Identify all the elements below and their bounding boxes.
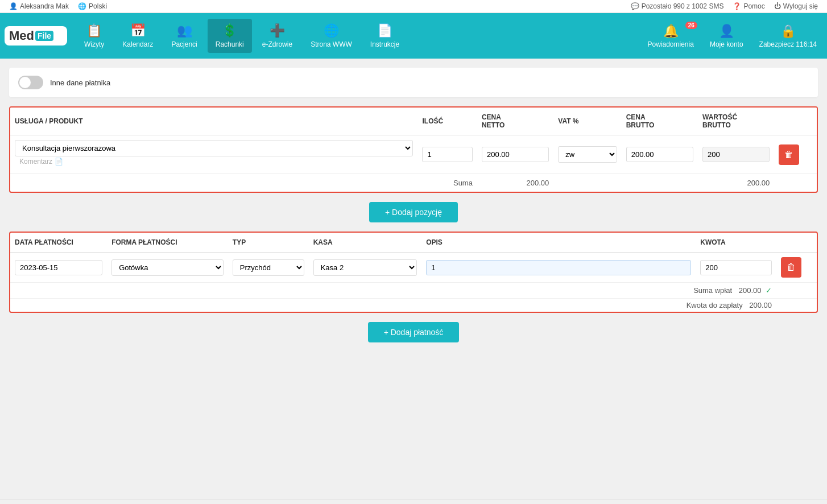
nav-pacjenci[interactable]: 👥 Pacjenci xyxy=(163,19,205,53)
payment-type-cell: Przychód Rozchód xyxy=(228,253,309,283)
payment-sum-label-cell: Suma wpłat 200.00 ✓ xyxy=(421,283,776,299)
add-payment-row: + Dodaj płatność xyxy=(9,322,818,342)
vat-select[interactable]: zw 0% 5% 8% 23% xyxy=(558,146,617,163)
th-value-gross: WARTOŚĆBRUTTO xyxy=(698,108,774,135)
nav-ezdrowie[interactable]: ➕ e-Zdrowie xyxy=(254,19,300,53)
th-amount: KWOTA xyxy=(696,233,776,253)
sum-gross-empty xyxy=(622,174,698,192)
product-action-cell: 🗑 xyxy=(774,135,817,174)
th-action xyxy=(774,108,817,135)
remaining-label: Kwota do zapłaty xyxy=(687,301,743,309)
th-kasa: KASA xyxy=(309,233,422,253)
price-net-cell xyxy=(477,135,553,174)
payment-sum-row: Suma wpłat 200.00 ✓ xyxy=(10,283,817,299)
remaining-value: 200.00 xyxy=(749,301,772,309)
nav-rachunki[interactable]: 💲 Rachunki xyxy=(208,19,252,53)
account-icon: 👤 xyxy=(719,24,734,39)
nav-items: 📋 Wizyty 📅 Kalendarz 👥 Pacjenci 💲 Rachun… xyxy=(76,19,642,53)
quantity-input[interactable] xyxy=(422,147,472,162)
user-menu[interactable]: 👤 Aleksandra Mak xyxy=(9,2,69,10)
comment-placeholder: Komentarz xyxy=(19,158,52,166)
logout-link[interactable]: ⏻ Wyloguj się xyxy=(774,2,818,10)
user-icon: 👤 xyxy=(9,2,18,10)
price-gross-input[interactable] xyxy=(626,147,693,162)
payment-kasa-cell: Kasa 2 Kasa 1 xyxy=(309,253,422,283)
help-link[interactable]: ❓ Pomoc xyxy=(733,2,764,10)
th-date: DATA PŁATNOŚCI xyxy=(10,233,107,253)
sum-payments-value: 200.00 xyxy=(739,286,762,295)
nav-moje-konto[interactable]: 👤 Moje konto xyxy=(704,20,749,52)
payment-description-input[interactable] xyxy=(426,260,691,275)
payment-description-cell xyxy=(421,253,696,283)
payer-toggle-label: Inne dane płatnika xyxy=(50,79,110,87)
payment-method-cell: Gotówka Przelew Karta xyxy=(107,253,228,283)
nav-powiadomienia[interactable]: 🔔 26 Powiadomienia xyxy=(642,20,700,52)
rachunki-icon: 💲 xyxy=(222,23,237,38)
value-gross-input[interactable] xyxy=(702,147,770,162)
main-nav: Med File 📋 Wizyty 📅 Kalendarz 👥 Pacjenci… xyxy=(0,13,827,59)
th-description: OPIS xyxy=(421,233,696,253)
language-menu[interactable]: 🌐 Polski xyxy=(78,2,107,10)
wizyty-icon: 📋 xyxy=(86,23,102,38)
bell-icon: 🔔 xyxy=(663,24,679,39)
th-vat: VAT % xyxy=(553,108,621,135)
payment-row: Gotówka Przelew Karta Przychód Rozchód xyxy=(10,253,817,283)
delete-product-button[interactable]: 🗑 xyxy=(779,144,799,165)
notification-badge: 26 xyxy=(685,22,697,29)
sum-row: Suma 200.00 200.00 xyxy=(10,174,817,192)
sum-vat-empty xyxy=(553,174,621,192)
logo-file: File xyxy=(35,31,53,41)
kalendarz-icon: 📅 xyxy=(130,23,146,38)
quantity-cell xyxy=(417,135,477,174)
globe-icon: 🌐 xyxy=(78,2,86,10)
instrukcje-icon: 📄 xyxy=(377,23,392,38)
products-table: USŁUGA / PRODUKT ILOŚĆ CENANETTO VAT % C… xyxy=(10,108,817,192)
logo[interactable]: Med File xyxy=(5,26,67,46)
price-gross-cell xyxy=(622,135,698,174)
language-label: Polski xyxy=(89,2,107,10)
logout-icon: ⏻ xyxy=(774,2,781,10)
table-row: Konsultacja pierwszorazowa Komentarz 📄 xyxy=(10,135,817,174)
service-select[interactable]: Konsultacja pierwszorazowa xyxy=(15,140,413,156)
payments-section: DATA PŁATNOŚCI FORMA PŁATNOŚCI TYP KASA … xyxy=(9,232,818,313)
nav-kalendarz[interactable]: 📅 Kalendarz xyxy=(114,19,161,53)
add-position-button[interactable]: + Dodaj pozycję xyxy=(369,202,458,222)
price-net-input[interactable] xyxy=(482,147,549,162)
nav-zabezpiecz[interactable]: 🔒 Zabezpiecz 116:14 xyxy=(754,20,822,52)
product-service-cell: Konsultacja pierwszorazowa Komentarz 📄 xyxy=(10,135,417,174)
th-price-net: CENANETTO xyxy=(477,108,553,135)
th-quantity: ILOŚĆ xyxy=(417,108,477,135)
payment-action-cell: 🗑 xyxy=(776,253,817,283)
sum-payments-label: Suma wpłat xyxy=(693,286,732,295)
sms-icon: 💬 xyxy=(631,2,639,10)
th-price-gross: CENABRUTTO xyxy=(622,108,698,135)
add-payment-button[interactable]: + Dodaj płatność xyxy=(368,322,460,342)
lock-icon: 🔒 xyxy=(780,24,796,39)
nav-right: 🔔 26 Powiadomienia 👤 Moje konto 🔒 Zabezp… xyxy=(642,20,823,52)
th-method: FORMA PŁATNOŚCI xyxy=(107,233,228,253)
document-icon: 📄 xyxy=(55,158,63,166)
sms-info: 💬 Pozostało 990 z 1002 SMS xyxy=(631,2,724,10)
add-position-row: + Dodaj pozycję xyxy=(9,202,818,222)
delete-payment-button[interactable]: 🗑 xyxy=(781,257,801,278)
th-type: TYP xyxy=(228,233,309,253)
th-service: USŁUGA / PRODUKT xyxy=(10,108,417,135)
payment-remaining-row: Kwota do zapłaty 200.00 xyxy=(10,299,817,312)
payment-type-select[interactable]: Przychód Rozchód xyxy=(233,259,304,276)
nav-strona-www[interactable]: 🌐 Strona WWW xyxy=(303,19,360,53)
payment-method-select[interactable]: Gotówka Przelew Karta xyxy=(111,259,224,276)
products-section: USŁUGA / PRODUKT ILOŚĆ CENANETTO VAT % C… xyxy=(9,106,818,193)
payer-toggle-row: Inne dane płatnika xyxy=(9,68,818,97)
payment-date-cell xyxy=(10,253,107,283)
payer-toggle[interactable] xyxy=(18,76,43,89)
nav-wizyty[interactable]: 📋 Wizyty xyxy=(76,19,112,53)
sum-gross-value: 200.00 xyxy=(698,174,774,192)
top-bar: 👤 Aleksandra Mak 🌐 Polski 💬 Pozostało 99… xyxy=(0,0,827,13)
payment-date-input[interactable] xyxy=(15,260,102,275)
th-payment-action xyxy=(776,233,817,253)
payment-kasa-select[interactable]: Kasa 2 Kasa 1 xyxy=(313,259,417,276)
logo-med: Med xyxy=(9,28,34,43)
payments-table: DATA PŁATNOŚCI FORMA PŁATNOŚCI TYP KASA … xyxy=(10,233,817,312)
payment-amount-input[interactable] xyxy=(700,260,772,275)
nav-instrukcje[interactable]: 📄 Instrukcje xyxy=(362,19,407,53)
